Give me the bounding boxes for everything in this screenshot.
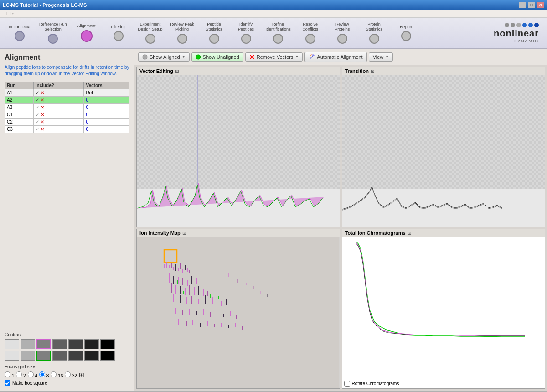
focus-grid: Focus grid size: 1 2 4 8 16 32 ⊞ Make bo… — [5, 364, 129, 386]
auto-align-btn[interactable]: Automatic Alignment — [304, 52, 366, 62]
contrast-swatch[interactable] — [5, 351, 19, 361]
table-row[interactable]: C3 ✓ ✕ 0 — [5, 126, 129, 133]
radio-1[interactable]: 1 — [5, 371, 14, 378]
nav-reference-run[interactable]: Reference RunSelection — [36, 20, 71, 46]
run-include[interactable]: ✓ ✕ — [33, 126, 84, 133]
contrast-swatch[interactable] — [100, 339, 115, 349]
svg-rect-32 — [194, 287, 195, 295]
contrast-swatch[interactable] — [100, 351, 115, 361]
radio-16[interactable]: 16 — [51, 371, 63, 378]
run-name: C2 — [5, 119, 34, 126]
show-unaligned-btn[interactable]: Show Unaligned — [191, 52, 243, 62]
svg-rect-44 — [221, 301, 222, 306]
contrast-swatch[interactable] — [5, 339, 19, 349]
svg-rect-33 — [198, 286, 199, 295]
table-row[interactable]: A3 ✓ ✕ 0 — [5, 104, 129, 111]
transition-content[interactable] — [342, 75, 545, 227]
nav-alignment[interactable]: Alignment — [71, 22, 103, 44]
contrast-swatch-selected-green[interactable] — [36, 351, 51, 361]
svg-rect-37 — [180, 295, 181, 303]
run-vectors: 0 — [84, 119, 129, 126]
svg-rect-45 — [226, 299, 227, 305]
svg-rect-69 — [221, 323, 222, 327]
ion-intensity-content[interactable] — [137, 237, 340, 388]
menu-file[interactable]: File — [4, 10, 17, 17]
close-btn[interactable]: ✕ — [537, 2, 544, 8]
make-square-checkbox[interactable] — [5, 380, 10, 386]
view-btn[interactable]: View ▼ — [369, 52, 393, 62]
nav-experiment-design[interactable]: ExperimentDesign Setup — [134, 20, 166, 46]
nav-filtering[interactable]: Filtering — [103, 23, 134, 43]
circle-gray-icon — [142, 54, 148, 60]
remove-vectors-btn[interactable]: Remove Vectors ▼ — [245, 52, 303, 62]
expand-icon[interactable]: ⊡ — [408, 231, 411, 236]
grid-icon[interactable]: ⊞ — [79, 371, 84, 378]
contrast-label: Contrast — [5, 332, 129, 337]
table-row[interactable]: C1 ✓ ✕ 0 — [5, 111, 129, 119]
svg-rect-72 — [242, 326, 243, 330]
run-include[interactable]: ✓ ✕ — [33, 97, 84, 104]
table-row[interactable]: A2 ✓ ✕ 0 — [5, 97, 129, 104]
run-include[interactable]: ✓ ✕ — [33, 111, 84, 119]
expand-icon[interactable]: ⊡ — [371, 69, 374, 74]
table-row[interactable]: C2 ✓ ✕ 0 — [5, 119, 129, 126]
main-container: Alignment Align peptide ions to compensa… — [0, 49, 547, 391]
svg-rect-17 — [185, 265, 186, 270]
radio-2[interactable]: 2 — [16, 371, 26, 378]
svg-rect-10 — [169, 265, 170, 268]
radio-8[interactable]: 8 — [39, 371, 49, 378]
show-aligned-btn[interactable]: Show Aligned ▼ — [138, 52, 190, 62]
maximize-btn[interactable]: □ — [528, 2, 535, 8]
nav-refine-id[interactable]: RefineIdentifications — [262, 20, 294, 46]
radio-32[interactable]: 32 — [65, 371, 77, 378]
svg-point-5 — [310, 55, 311, 56]
contrast-swatch[interactable] — [84, 339, 99, 349]
nav-resolve-conflicts[interactable]: ResolveConflicts — [294, 20, 326, 46]
vector-chroma-svg — [137, 181, 340, 227]
run-name: C3 — [5, 126, 34, 133]
nav-review-peak[interactable]: Review PeakPicking — [166, 20, 198, 46]
total-ion-content[interactable]: Rotate Chromatograms — [342, 237, 545, 388]
contrast-swatch[interactable] — [52, 351, 67, 361]
contrast-swatch-selected-pink[interactable] — [36, 339, 51, 349]
contrast-swatch[interactable] — [21, 339, 35, 349]
radio-4[interactable]: 4 — [28, 371, 37, 378]
svg-rect-76 — [253, 286, 254, 289]
svg-rect-54 — [182, 310, 183, 315]
checkerboard-bg — [342, 75, 545, 189]
nav-identify-peptides[interactable]: IdentifyPeptides — [230, 20, 262, 46]
radio-row: 1 2 4 8 16 32 ⊞ — [5, 371, 129, 378]
make-square-option: Make box square — [5, 380, 129, 386]
vector-editing-content[interactable] — [137, 75, 340, 227]
svg-rect-7 — [137, 237, 340, 388]
nav-review-proteins[interactable]: ReviewProteins — [326, 20, 358, 46]
svg-rect-70 — [228, 325, 229, 328]
run-include[interactable]: ✓ ✕ — [33, 119, 84, 126]
run-include[interactable]: ✓ ✕ — [33, 89, 84, 97]
vector-editing-header: Vector Editing ⊡ — [137, 67, 340, 75]
nav-peptide-stats[interactable]: PeptideStatistics — [198, 20, 230, 46]
svg-rect-79 — [342, 237, 545, 379]
svg-rect-13 — [175, 264, 176, 271]
nav-import-data[interactable]: Import Data — [4, 23, 36, 43]
logo-dot-5 — [528, 23, 533, 27]
contrast-swatch[interactable] — [21, 351, 35, 361]
window-title: LC-MS Tutorial - Progenesis LC-MS — [3, 2, 87, 8]
contrast-swatch[interactable] — [68, 351, 83, 361]
svg-point-6 — [311, 54, 312, 55]
run-name: A3 — [5, 104, 34, 111]
minimize-btn[interactable]: ─ — [519, 2, 526, 8]
nav-report[interactable]: Report — [390, 23, 422, 43]
expand-icon[interactable]: ⊡ — [175, 69, 179, 74]
contrast-swatch[interactable] — [52, 339, 67, 349]
expand-icon[interactable]: ⊡ — [182, 231, 186, 236]
panel-description: Align peptide ions to compensate for dri… — [5, 64, 129, 77]
svg-rect-47 — [177, 280, 178, 284]
svg-rect-29 — [180, 286, 181, 294]
contrast-swatch[interactable] — [68, 339, 83, 349]
contrast-swatch[interactable] — [84, 351, 99, 361]
rotate-chroma-checkbox[interactable] — [344, 381, 350, 387]
run-include[interactable]: ✓ ✕ — [33, 104, 84, 111]
run-vectors: Ref — [84, 89, 129, 97]
nav-protein-stats[interactable]: ProteinStatistics — [358, 20, 390, 46]
